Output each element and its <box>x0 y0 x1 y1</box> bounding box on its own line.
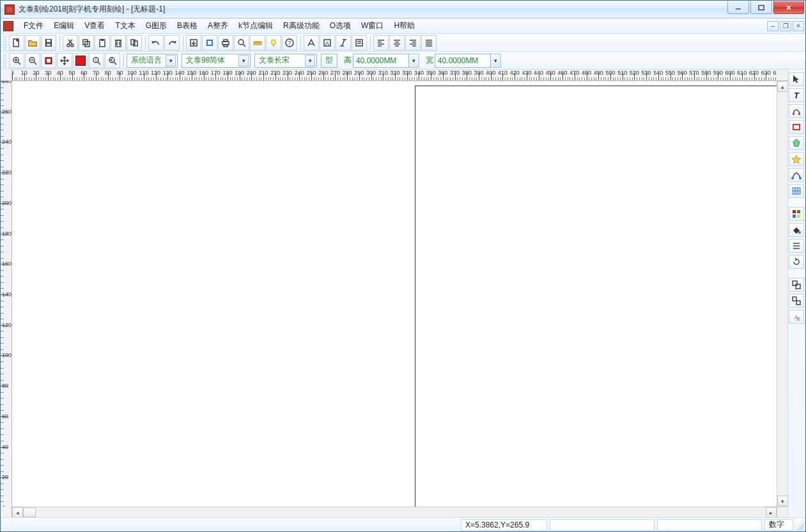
redo-button[interactable] <box>164 35 180 50</box>
italic-button[interactable] <box>336 35 351 50</box>
resize-grip-icon[interactable] <box>796 519 804 531</box>
menu-item[interactable]: O选项 <box>325 19 356 33</box>
zoom-out-button[interactable] <box>25 53 40 68</box>
node-edit-icon <box>791 106 802 116</box>
minimize-button[interactable] <box>727 1 749 14</box>
mdi-minimize-button[interactable]: – <box>767 21 779 31</box>
canvas[interactable] <box>12 81 777 506</box>
duplicate-button[interactable] <box>127 35 142 50</box>
new-file-button[interactable] <box>9 35 24 50</box>
tips-button[interactable] <box>266 35 281 50</box>
align-justify-button[interactable] <box>421 35 437 50</box>
ruler-origin[interactable] <box>1 70 12 81</box>
rectangle-tool[interactable] <box>789 120 804 134</box>
menu-item[interactable]: G图形 <box>141 19 172 33</box>
ungroup-tool[interactable] <box>789 294 804 308</box>
font-type-button[interactable]: 型 <box>321 54 337 68</box>
width-input[interactable] <box>435 54 491 68</box>
import-button[interactable] <box>186 35 201 50</box>
mdi-close-button[interactable]: × <box>793 21 804 31</box>
horizontal-scrollbar[interactable]: ◂ ▸ <box>12 506 777 517</box>
cut-button[interactable] <box>63 35 78 50</box>
vertical-ruler[interactable]: 280260240220200180160140120100806040200 <box>1 81 12 506</box>
menu-item[interactable]: E编辑 <box>49 19 79 33</box>
rotate-tool[interactable] <box>789 255 804 269</box>
menu-item[interactable]: R高级功能 <box>278 19 325 33</box>
menu-item[interactable]: H帮助 <box>389 19 420 33</box>
chevron-down-icon[interactable]: ▾ <box>305 55 315 66</box>
ruler-label: 160 <box>2 261 12 267</box>
zoom-in-button[interactable] <box>9 53 24 68</box>
page-tab[interactable] <box>23 508 36 517</box>
scroll-up-button[interactable]: ▴ <box>777 81 788 92</box>
menu-item[interactable]: B表格 <box>172 19 203 33</box>
toolbar-grip[interactable] <box>3 54 6 68</box>
open-file-button[interactable] <box>25 35 40 50</box>
save-file-button[interactable] <box>41 35 56 50</box>
menu-item[interactable]: V查看 <box>79 19 110 33</box>
mdi-app-icon[interactable] <box>3 21 13 31</box>
language-combo[interactable]: 系统语言 ▾ <box>127 54 178 68</box>
ruler-label: 240 <box>295 70 304 76</box>
ruler-label: 200 <box>247 70 256 76</box>
zoom-actual-button[interactable]: 1 <box>89 53 104 68</box>
color-palette-tool[interactable] <box>789 207 804 221</box>
bezier-tool[interactable] <box>789 168 804 182</box>
zoom-page-button[interactable] <box>41 53 56 68</box>
close-button[interactable] <box>773 1 804 14</box>
measure-button[interactable] <box>250 35 265 50</box>
titlebar[interactable]: 文泰刻绘2018[刻字机专用刻绘] - [无标题-1] <box>1 1 805 19</box>
align-lines-tool[interactable] <box>789 239 804 253</box>
group-tool[interactable] <box>789 278 804 292</box>
menu-item[interactable]: F文件 <box>19 19 49 33</box>
align-right-button[interactable] <box>405 35 421 50</box>
scroll-left-button[interactable]: ◂ <box>12 507 23 518</box>
mdi-restore-button[interactable]: ❐ <box>780 21 791 31</box>
font-family-group-combo[interactable]: 文泰98简体 ▾ <box>182 54 251 68</box>
chevron-down-icon[interactable]: ▾ <box>491 54 501 68</box>
toolbar-grip[interactable] <box>3 36 6 50</box>
chevron-down-icon[interactable]: ▾ <box>166 55 176 66</box>
delete-button[interactable] <box>111 35 126 50</box>
star-tool[interactable] <box>789 152 804 166</box>
zoom-previous-button[interactable] <box>105 53 120 68</box>
node-edit-tool[interactable] <box>789 104 804 118</box>
menu-item[interactable]: W窗口 <box>356 19 389 33</box>
pointer-tool[interactable] <box>789 72 804 86</box>
scroll-down-button[interactable]: ▾ <box>777 496 788 506</box>
fill-tool[interactable] <box>789 223 804 237</box>
vertical-scrollbar[interactable]: ▴ ▾ <box>777 81 787 506</box>
horizontal-ruler[interactable]: 0102030405060708090100110120130140150160… <box>12 70 777 81</box>
help-button[interactable]: ? <box>282 35 297 50</box>
preview-button[interactable] <box>234 35 249 50</box>
align-center-button[interactable] <box>389 35 405 50</box>
menu-item[interactable]: A整齐 <box>203 19 233 33</box>
ab-text-tool[interactable]: AB <box>789 310 804 324</box>
text-tool[interactable]: T <box>789 88 804 102</box>
menu-item[interactable]: k节点编辑 <box>233 19 278 33</box>
chevron-down-icon[interactable]: ▾ <box>409 54 419 68</box>
cut-plot-button[interactable] <box>202 35 217 50</box>
maximize-button[interactable] <box>750 1 772 14</box>
chevron-down-icon[interactable]: ▾ <box>238 55 249 66</box>
height-input[interactable] <box>353 54 409 68</box>
svg-rect-27 <box>224 45 228 47</box>
align-left-button[interactable] <box>373 35 389 50</box>
pan-button[interactable] <box>57 53 72 68</box>
undo-button[interactable] <box>148 35 164 50</box>
menu-item[interactable]: T文本 <box>110 19 140 33</box>
app-icon <box>4 4 15 15</box>
ruler-label: 500 <box>605 70 615 76</box>
bold-button[interactable] <box>304 35 319 50</box>
paste-button[interactable] <box>95 35 110 50</box>
polygon-tool[interactable] <box>789 136 804 150</box>
copy-button[interactable] <box>79 35 94 50</box>
text-frame-button[interactable] <box>352 35 367 50</box>
outline-text-button[interactable]: A <box>320 35 335 50</box>
pointer-icon <box>791 74 802 84</box>
font-family-combo[interactable]: 文泰长宋 ▾ <box>254 54 317 68</box>
fit-selection-button[interactable] <box>73 53 88 68</box>
print-button[interactable] <box>218 35 233 50</box>
scroll-right-button[interactable]: ▸ <box>766 507 777 518</box>
table-tool[interactable] <box>789 184 804 198</box>
